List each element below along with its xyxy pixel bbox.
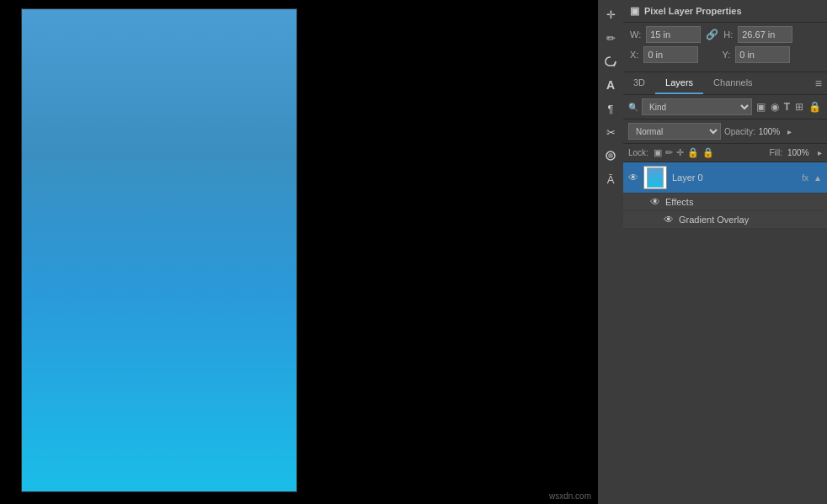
fill-arrow[interactable]: ▸ xyxy=(818,148,822,157)
gradient-overlay-label: Gradient Overlay xyxy=(679,215,749,225)
filter-smart-icon[interactable]: 🔒 xyxy=(808,100,822,114)
w-input[interactable] xyxy=(646,26,701,43)
layer-name: Layer 0 xyxy=(672,172,797,183)
filter-shape-icon[interactable]: ⊞ xyxy=(794,100,804,114)
effects-visibility-btn[interactable]: 👁 xyxy=(650,196,660,208)
layer-row-0[interactable]: 👁 Layer 0 fx ▲ xyxy=(623,162,827,194)
layer-filter-icons: ▣ ◉ T ⊞ 🔒 xyxy=(755,100,822,114)
lock-transparency-btn[interactable]: ▣ xyxy=(654,147,662,158)
lock-position-btn[interactable]: ✛ xyxy=(676,147,684,158)
filter-adjust-icon[interactable]: ◉ xyxy=(770,100,780,114)
y-input[interactable] xyxy=(735,46,790,63)
canvas-image xyxy=(21,8,297,492)
svg-point-2 xyxy=(608,153,613,158)
watermark: wsxdn.com xyxy=(549,491,591,501)
h-input[interactable] xyxy=(738,26,792,43)
canvas-area: wsxdn.com xyxy=(0,0,598,504)
style-tool[interactable]: Ā xyxy=(600,168,622,190)
layer-visibility-btn[interactable]: 👁 xyxy=(628,172,638,183)
layer-thumb-image xyxy=(647,167,664,188)
gradient-overlay-row[interactable]: 👁 Gradient Overlay xyxy=(623,211,827,229)
layer-fx-icon[interactable]: fx xyxy=(802,173,808,183)
effects-tool[interactable] xyxy=(600,145,622,167)
tools-sidebar: ✛ ✏ A ¶ ✂ Ā xyxy=(598,0,623,504)
right-panel: ▣ Pixel Layer Properties W: 🔗 H: X: Y: 3… xyxy=(623,0,827,504)
panel-menu-button[interactable]: ≡ xyxy=(810,73,827,93)
opacity-label: Opacity: xyxy=(724,127,755,136)
tab-3d[interactable]: 3D xyxy=(623,72,655,94)
xy-row: X: Y: xyxy=(630,46,820,63)
layer-thumbnail xyxy=(643,166,667,189)
tabs-row: 3D Layers Channels ≡ xyxy=(623,72,827,95)
brush-tool[interactable]: ✏ xyxy=(600,27,622,49)
kind-dropdown[interactable]: Kind xyxy=(642,98,752,115)
lock-pixels-btn[interactable]: ✏ xyxy=(665,147,673,158)
wh-row: W: 🔗 H: xyxy=(630,26,820,43)
layers-panel: 🔍 Kind ▣ ◉ T ⊞ 🔒 Normal Opacity: 100% ▸ … xyxy=(623,95,827,504)
blend-opacity-row: Normal Opacity: 100% ▸ xyxy=(623,119,827,144)
fill-label: Fill: xyxy=(769,148,782,157)
properties-fields: W: 🔗 H: X: Y: xyxy=(623,23,827,72)
lock-label: Lock: xyxy=(628,148,648,157)
w-label: W: xyxy=(630,29,641,40)
h-label: H: xyxy=(723,29,733,40)
properties-icon: ▣ xyxy=(630,5,639,17)
filter-text-icon[interactable]: T xyxy=(783,100,791,114)
x-label: X: xyxy=(630,50,638,60)
blend-mode-dropdown[interactable]: Normal xyxy=(628,123,721,140)
lock-artboard-btn[interactable]: 🔒 xyxy=(687,147,699,158)
lock-all-btn[interactable]: 🔒 xyxy=(702,147,714,158)
properties-title: Pixel Layer Properties xyxy=(644,6,742,16)
opacity-value: 100% xyxy=(759,127,784,136)
layers-empty-space xyxy=(623,229,827,504)
filter-pixel-icon[interactable]: ▣ xyxy=(755,100,766,114)
opacity-arrow[interactable]: ▸ xyxy=(787,127,792,136)
y-label: Y: xyxy=(722,50,730,60)
x-input[interactable] xyxy=(643,46,698,63)
text-tool[interactable]: A xyxy=(600,74,622,96)
lasso-tool[interactable] xyxy=(600,50,622,72)
fill-value: 100% xyxy=(787,148,813,157)
link-icon[interactable]: 🔗 xyxy=(706,29,718,40)
tab-channels[interactable]: Channels xyxy=(703,72,762,94)
svg-line-0 xyxy=(614,61,616,66)
lock-fill-row: Lock: ▣ ✏ ✛ 🔒 🔒 Fill: 100% ▸ xyxy=(623,144,827,162)
tab-layers[interactable]: Layers xyxy=(655,72,703,94)
move-tool[interactable]: ✛ xyxy=(600,3,622,25)
search-icon: 🔍 xyxy=(628,103,638,112)
effects-row[interactable]: 👁 Effects xyxy=(623,194,827,211)
layer-expand-icon[interactable]: ▲ xyxy=(814,173,822,183)
transform-tool[interactable]: ✂ xyxy=(600,121,622,143)
lock-icons: ▣ ✏ ✛ 🔒 🔒 xyxy=(654,147,714,158)
gradient-visibility-btn[interactable]: 👁 xyxy=(664,214,674,225)
properties-header: ▣ Pixel Layer Properties xyxy=(623,0,827,23)
effects-label: Effects xyxy=(665,197,693,207)
layers-filter-toolbar: 🔍 Kind ▣ ◉ T ⊞ 🔒 xyxy=(623,95,827,119)
paragraph-tool[interactable]: ¶ xyxy=(600,98,622,119)
